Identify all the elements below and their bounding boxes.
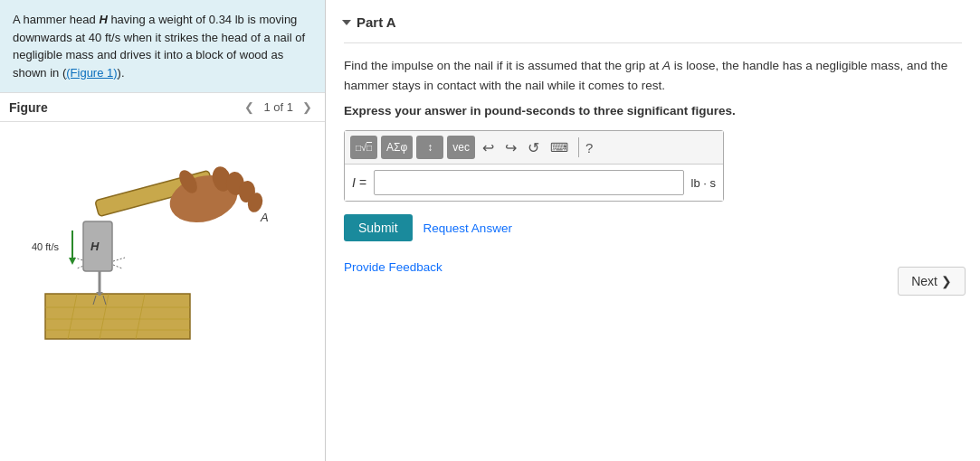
math-variable-label: I = (352, 175, 366, 190)
fraction-sqrt-button[interactable]: □√□ (350, 136, 377, 159)
limits-button[interactable]: ↕ (416, 136, 443, 159)
hammer-svg: H 40 ft/s A (27, 131, 299, 348)
figure-header: Figure ❮ 1 of 1 ❯ (0, 92, 325, 122)
part-label: Part A (357, 14, 396, 30)
provide-feedback-link[interactable]: Provide Feedback (344, 260, 442, 274)
svg-text:H: H (90, 240, 100, 253)
problem-text-box: A hammer head H having a weight of 0.34 … (0, 0, 325, 92)
math-input-row: I = lb · s (345, 165, 723, 201)
express-instruction: Express your answer in pound-seconds to … (344, 104, 962, 118)
svg-text:A: A (260, 211, 269, 224)
svg-line-12 (113, 265, 122, 268)
toolbar-separator (578, 137, 579, 157)
problem-text: A hammer head H having a weight of 0.34 … (13, 13, 305, 80)
figure-prev-button[interactable]: ❮ (241, 99, 258, 116)
part-header: Part A (344, 14, 962, 30)
redo-button[interactable]: ↪ (501, 137, 520, 158)
reset-button[interactable]: ↺ (524, 137, 543, 158)
action-row: Submit Request Answer (344, 214, 962, 241)
submit-button[interactable]: Submit (344, 214, 413, 241)
greek-symbols-button[interactable]: ΑΣφ (381, 136, 413, 159)
figure-label: Figure (9, 100, 48, 115)
divider (344, 42, 962, 43)
figure-link[interactable]: (Figure 1) (66, 66, 117, 80)
figure-next-button[interactable]: ❯ (299, 99, 316, 116)
request-answer-link[interactable]: Request Answer (423, 221, 512, 235)
figure-page: 1 of 1 (263, 100, 293, 114)
svg-marker-18 (69, 258, 76, 265)
vector-button[interactable]: vec (447, 136, 475, 159)
hammer-illustration: H 40 ft/s A (27, 131, 299, 348)
undo-button[interactable]: ↩ (479, 137, 498, 158)
svg-text:40 ft/s: 40 ft/s (32, 241, 59, 252)
math-input-container: □√□ ΑΣφ ↕ vec ↩ ↪ ↺ ⌨ ? I = lb (344, 130, 724, 202)
figure-area: H 40 ft/s A (0, 122, 325, 461)
left-panel: A hammer head H having a weight of 0.34 … (0, 0, 326, 461)
keyboard-button[interactable]: ⌨ (547, 138, 572, 156)
svg-line-13 (113, 258, 125, 261)
hammer-label: H (99, 13, 107, 26)
math-unit-label: lb · s (691, 176, 716, 190)
next-label: Next (911, 274, 937, 288)
math-toolbar: □√□ ΑΣφ ↕ vec ↩ ↪ ↺ ⌨ ? (345, 131, 723, 165)
next-button[interactable]: Next ❯ (898, 267, 966, 296)
help-button[interactable]: ? (585, 140, 593, 155)
next-chevron-icon: ❯ (941, 274, 952, 288)
right-panel: Part A Find the impulse on the nail if i… (326, 0, 980, 461)
question-text: Find the impulse on the nail if it is as… (344, 56, 962, 95)
collapse-triangle-icon[interactable] (342, 20, 351, 25)
svg-rect-0 (45, 294, 190, 339)
math-answer-input[interactable] (374, 170, 684, 195)
figure-nav: ❮ 1 of 1 ❯ (241, 99, 316, 116)
